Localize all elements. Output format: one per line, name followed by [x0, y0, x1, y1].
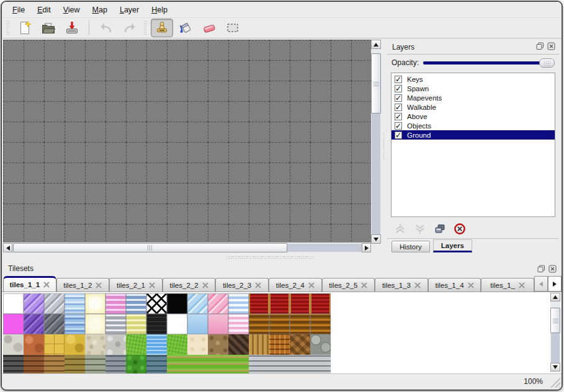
close-tab-icon[interactable] [361, 282, 367, 288]
palette-tile[interactable] [24, 293, 44, 314]
tileset-tab-tiles_2_5[interactable]: tiles_2_5 [322, 278, 375, 292]
tileset-tab-tiles_2_4[interactable]: tiles_2_4 [269, 278, 322, 292]
palette-tile[interactable] [228, 314, 249, 334]
scrollbar-thumb[interactable] [550, 308, 560, 333]
palette-tile[interactable] [3, 355, 24, 373]
duplicate-layer-button[interactable] [433, 222, 447, 236]
palette-tile[interactable] [208, 314, 228, 334]
opacity-slider[interactable] [423, 58, 555, 68]
palette-tile[interactable] [228, 355, 249, 373]
tileset-tab-tiles_2_3[interactable]: tiles_2_3 [215, 278, 269, 292]
close-tab-icon[interactable] [202, 282, 208, 288]
palette-tile[interactable] [105, 355, 126, 373]
scrollbar-track[interactable] [287, 244, 362, 252]
layer-visibility-checkbox[interactable]: ✓ [395, 76, 402, 83]
palette-tile[interactable] [146, 334, 167, 355]
palette-tile[interactable] [3, 334, 24, 355]
palette-tile[interactable] [187, 314, 208, 334]
resize-grip-icon[interactable] [548, 376, 560, 388]
scroll-tabs-right-button[interactable] [548, 276, 562, 292]
palette-tile[interactable] [3, 314, 24, 334]
palette-tile[interactable] [208, 355, 228, 373]
move-layer-down-button[interactable] [413, 222, 427, 236]
palette-tile[interactable] [208, 293, 228, 314]
eraser-tool-button[interactable] [198, 19, 220, 37]
menu-file[interactable]: File [7, 4, 30, 16]
layer-row-mapevents[interactable]: ✓Mapevents [392, 93, 555, 102]
layer-row-objects[interactable]: ✓Objects [392, 121, 555, 130]
layer-visibility-checkbox[interactable]: ✓ [395, 104, 402, 111]
layer-row-keys[interactable]: ✓Keys [392, 74, 555, 84]
layer-row-walkable[interactable]: ✓Walkable [392, 102, 555, 112]
palette-tile[interactable] [126, 293, 146, 314]
palette-tile[interactable] [310, 355, 331, 373]
layer-row-spawn[interactable]: ✓Spawn [392, 84, 555, 93]
tileset-tab-tiles_2_2[interactable]: tiles_2_2 [163, 278, 216, 292]
new-file-button[interactable] [14, 19, 36, 37]
close-panel-icon[interactable] [548, 264, 557, 275]
palette-tile[interactable] [146, 314, 167, 334]
menu-help[interactable]: Help [146, 4, 173, 16]
menu-edit[interactable]: Edit [32, 4, 56, 16]
palette-tile[interactable] [24, 355, 44, 373]
palette-vertical-scrollbar[interactable] [550, 293, 560, 372]
palette-tile[interactable] [126, 355, 146, 373]
stamp-tool-button[interactable] [151, 19, 173, 37]
palette-tile[interactable] [208, 334, 228, 355]
tileset-tab-tiles_1_2[interactable]: tiles_1_2 [56, 278, 110, 292]
palette-tile[interactable] [269, 314, 290, 334]
palette-tile[interactable] [146, 293, 167, 314]
palette-tile[interactable] [105, 293, 126, 314]
tile-palette[interactable] [3, 293, 331, 373]
toolbar-drag-handle[interactable] [143, 20, 146, 35]
close-tab-icon[interactable] [149, 282, 155, 288]
delete-layer-button[interactable] [453, 222, 467, 236]
scrollbar-track[interactable] [372, 114, 380, 234]
panel-splitter-horizontal[interactable] [2, 252, 562, 261]
palette-tile[interactable] [249, 334, 269, 355]
float-panel-icon[interactable] [536, 42, 544, 53]
tileset-tab-tiles_1_3[interactable]: tiles_1_3 [375, 278, 428, 292]
palette-tile[interactable] [65, 355, 85, 373]
layer-visibility-checkbox[interactable]: ✓ [395, 131, 402, 139]
palette-tile[interactable] [249, 314, 269, 334]
layer-row-ground[interactable]: ✓Ground [392, 130, 555, 140]
palette-tile[interactable] [228, 293, 249, 314]
menu-map[interactable]: Map [87, 4, 113, 16]
canvas-vertical-scrollbar[interactable] [371, 40, 381, 244]
palette-tile[interactable] [85, 293, 105, 314]
fill-tool-button[interactable] [174, 19, 197, 37]
palette-tile[interactable] [105, 334, 126, 355]
palette-tile[interactable] [249, 293, 269, 314]
palette-tile[interactable] [65, 293, 85, 314]
close-tab-icon[interactable] [255, 282, 261, 288]
palette-tile[interactable] [126, 334, 146, 355]
palette-tile[interactable] [24, 314, 44, 334]
palette-tile[interactable] [269, 293, 290, 314]
save-file-button[interactable] [61, 19, 83, 37]
palette-tile[interactable] [3, 293, 24, 314]
move-layer-up-button[interactable] [393, 222, 407, 236]
redo-button[interactable] [119, 19, 141, 37]
close-tab-icon[interactable] [308, 282, 315, 288]
palette-tile[interactable] [65, 314, 85, 334]
palette-tile[interactable] [290, 355, 310, 373]
palette-tile[interactable] [228, 334, 249, 355]
palette-tile[interactable] [269, 334, 290, 355]
panel-splitter-vertical[interactable] [381, 40, 387, 252]
layer-visibility-checkbox[interactable]: ✓ [395, 122, 402, 130]
palette-tile[interactable] [290, 314, 310, 334]
palette-tile[interactable] [290, 334, 310, 355]
layer-visibility-checkbox[interactable]: ✓ [395, 113, 402, 120]
palette-tile[interactable] [65, 334, 85, 355]
palette-tile[interactable] [310, 293, 331, 314]
tileset-tab-tiles_1_4[interactable]: tiles_1_4 [428, 278, 481, 292]
palette-tile[interactable] [290, 293, 310, 314]
palette-tile[interactable] [44, 334, 65, 355]
tab-layers[interactable]: Layers [433, 239, 472, 252]
map-canvas[interactable] [3, 40, 371, 243]
open-file-button[interactable] [37, 19, 60, 37]
menu-layer[interactable]: Layer [114, 4, 145, 16]
palette-tile[interactable] [85, 334, 105, 355]
palette-tile[interactable] [187, 334, 208, 355]
